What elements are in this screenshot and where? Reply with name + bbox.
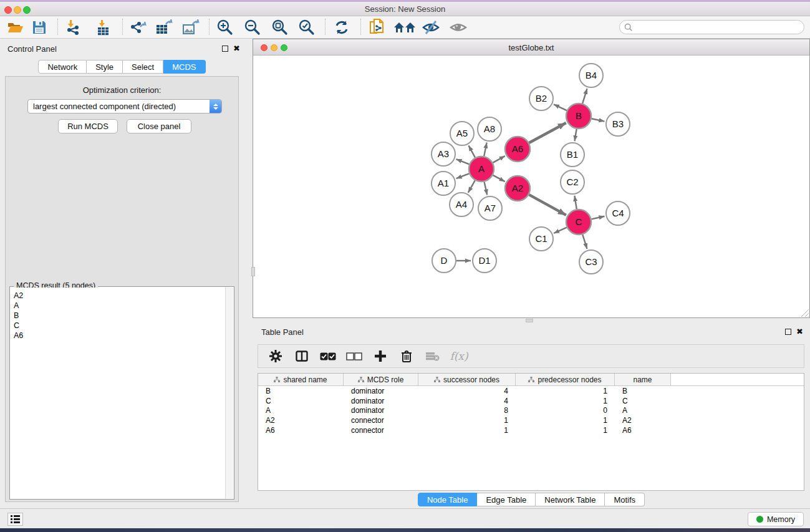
mcds-result-item[interactable]: C <box>11 321 225 331</box>
table-cell[interactable]: connector <box>344 426 418 435</box>
mcds-list-scrollbar[interactable] <box>225 288 233 498</box>
graph-edge-C-C4[interactable] <box>591 216 604 220</box>
table-cell[interactable]: 1 <box>418 426 516 435</box>
network-canvas[interactable]: B4B2B3A8A5A3B1C2A1A4A7C4C1DD1C3BA6AA2C <box>253 56 809 317</box>
graph-edge-A2-C[interactable] <box>529 195 566 215</box>
graph-edge-C-C1[interactable] <box>554 228 567 233</box>
table-cell[interactable]: A <box>615 406 671 415</box>
column-header-successor-nodes[interactable]: successor nodes <box>418 374 516 385</box>
table-cell[interactable]: 1 <box>516 387 615 395</box>
tab-network[interactable]: Network <box>38 60 87 74</box>
show-all-button[interactable] <box>449 18 468 37</box>
table-cell[interactable]: connector <box>344 416 418 425</box>
deselect-all-button[interactable] <box>345 347 363 365</box>
graph-edge-A6-B[interactable] <box>529 123 566 143</box>
import-network-button[interactable] <box>64 18 82 37</box>
zoom-fit-button[interactable] <box>271 18 289 37</box>
graph-edge-A-A3[interactable] <box>456 159 469 164</box>
graph-edge-A-A6[interactable] <box>493 156 504 163</box>
table-cell[interactable]: 1 <box>418 416 516 425</box>
graph-edge-A-A4[interactable] <box>468 180 475 193</box>
graph-edge-C-C3[interactable] <box>582 235 587 249</box>
search-input[interactable] <box>635 22 804 32</box>
graph-edge-B-B4[interactable] <box>582 89 587 104</box>
refresh-layout-button[interactable] <box>332 18 351 37</box>
table-row[interactable]: Cdominator41C <box>258 396 804 406</box>
network-window-titlebar[interactable]: testGlobe.txt <box>253 39 809 56</box>
open-session-button[interactable] <box>6 18 25 37</box>
home-layouts-button[interactable] <box>393 18 417 37</box>
mcds-result-item[interactable]: B <box>11 311 225 321</box>
table-row[interactable]: Bdominator41B <box>258 386 804 396</box>
column-layout-button[interactable] <box>293 347 311 365</box>
graph-edge-B-B3[interactable] <box>592 118 605 121</box>
tab-node-table[interactable]: Node Table <box>418 493 478 506</box>
graph-edge-A-A5[interactable] <box>469 145 475 157</box>
table-row[interactable]: A6connector11A6 <box>258 425 804 435</box>
tab-motifs[interactable]: Motifs <box>605 493 645 506</box>
table-cell[interactable]: C <box>615 397 671 405</box>
memory-button[interactable]: Memory <box>748 512 804 526</box>
criterion-select[interactable]: largest connected component (directed) <box>27 99 222 114</box>
export-image-button[interactable] <box>181 18 200 37</box>
graph-edge-A-A2[interactable] <box>493 175 505 181</box>
table-panel-float-button[interactable] <box>785 329 791 335</box>
table-cell[interactable]: A2 <box>615 416 671 425</box>
run-mcds-button[interactable]: Run MCDS <box>58 119 118 133</box>
tab-style[interactable]: Style <box>87 60 123 74</box>
control-panel-close-button[interactable]: ✖ <box>233 45 240 52</box>
table-panel-close-button[interactable]: ✖ <box>796 328 803 336</box>
task-history-button[interactable] <box>7 513 23 526</box>
column-header-MCDS-role[interactable]: MCDS role <box>344 374 418 385</box>
zoom-selected-button[interactable] <box>297 18 316 37</box>
search-field[interactable] <box>619 20 804 34</box>
graph-edge-B-B1[interactable] <box>575 129 577 142</box>
table-settings-button[interactable] <box>267 347 284 365</box>
graph-edge-C-C2[interactable] <box>574 196 576 210</box>
table-cell[interactable]: 1 <box>516 426 615 435</box>
column-header-shared-name[interactable]: shared name <box>258 374 344 385</box>
table-cell[interactable]: A6 <box>615 426 671 435</box>
tab-network-table[interactable]: Network Table <box>536 493 605 506</box>
table-cell[interactable]: 1 <box>516 397 615 405</box>
column-header-predecessor-nodes[interactable]: predecessor nodes <box>516 374 615 385</box>
mcds-result-item[interactable]: A <box>11 301 225 311</box>
save-session-button[interactable] <box>30 18 49 37</box>
table-row[interactable]: A2connector11A2 <box>258 415 804 425</box>
split-pane-handle-bottom[interactable] <box>526 319 533 322</box>
graph-edge-A-A1[interactable] <box>456 173 470 178</box>
table-cell[interactable]: C <box>258 397 344 405</box>
table-cell[interactable]: dominator <box>344 406 418 415</box>
table-cell[interactable]: dominator <box>344 397 418 405</box>
graph-edge-A-A7[interactable] <box>485 181 488 195</box>
close-panel-button[interactable]: Close panel <box>127 119 191 133</box>
table-cell[interactable]: 1 <box>516 416 615 425</box>
table-cell[interactable]: 8 <box>418 406 516 415</box>
clone-network-button[interactable] <box>368 18 387 37</box>
mcds-result-item[interactable]: A6 <box>11 331 225 341</box>
table-cell[interactable]: B <box>258 387 344 395</box>
split-pane-handle-left[interactable] <box>251 267 255 276</box>
delete-column-button[interactable] <box>398 347 415 365</box>
table-cell[interactable]: 4 <box>418 387 516 395</box>
zoom-in-button[interactable] <box>216 18 234 37</box>
table-cell[interactable]: A6 <box>258 426 344 435</box>
table-row[interactable]: Adominator80A <box>258 406 804 416</box>
hide-selected-button[interactable] <box>422 18 440 37</box>
mcds-result-item[interactable]: A2 <box>11 291 225 301</box>
tab-mcds[interactable]: MCDS <box>163 60 205 74</box>
export-table-button[interactable] <box>155 18 173 37</box>
tab-edge-table[interactable]: Edge Table <box>477 493 536 506</box>
zoom-out-button[interactable] <box>243 18 262 37</box>
table-cell[interactable]: A <box>258 406 344 415</box>
table-cell[interactable]: dominator <box>344 387 418 395</box>
column-header-name[interactable]: name <box>615 374 671 385</box>
tab-select[interactable]: Select <box>123 60 163 74</box>
table-cell[interactable]: B <box>615 387 671 395</box>
import-table-button[interactable] <box>94 18 112 37</box>
control-panel-float-button[interactable] <box>222 46 228 52</box>
add-column-button[interactable] <box>372 347 389 365</box>
table-cell[interactable]: 0 <box>516 406 615 415</box>
select-all-button[interactable] <box>319 347 337 365</box>
export-network-button[interactable] <box>128 18 147 37</box>
